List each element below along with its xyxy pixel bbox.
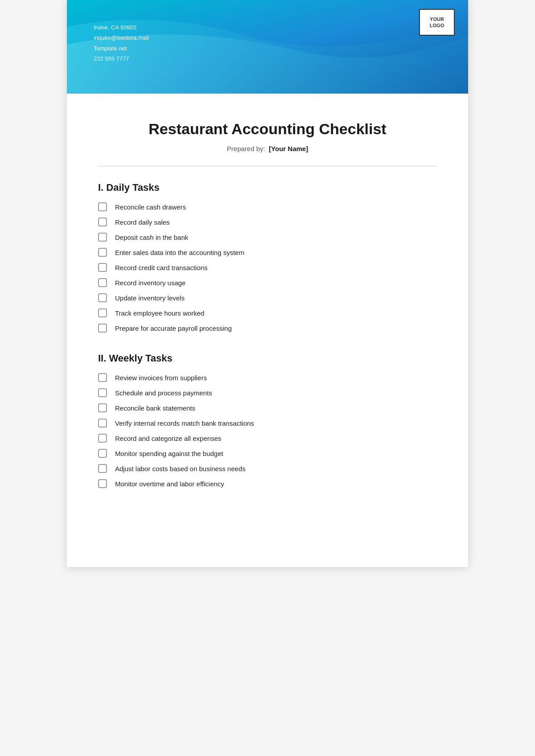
header-contact: Irvine, CA 92602 inquire@bontora.mail Te… <box>94 22 149 64</box>
task-label: Deposit cash in the bank <box>115 234 188 241</box>
task-label: Update inventory levels <box>115 294 185 302</box>
list-item: Reconcile bank statements <box>98 403 437 412</box>
checkbox[interactable] <box>98 293 107 302</box>
task-label: Record and categorize all expenses <box>115 435 221 442</box>
list-item: Enter sales data into the accounting sys… <box>98 248 437 257</box>
logo-box: YOURLOGO <box>419 9 455 36</box>
task-label: Record credit card transactions <box>115 264 208 271</box>
document-title: Restaurant Accounting Checklist <box>98 120 437 138</box>
contact-website: Template.net <box>94 43 149 53</box>
list-item: Track employee hours worked <box>98 308 437 317</box>
task-label: Enter sales data into the accounting sys… <box>115 249 244 256</box>
list-item: Adjust labor costs based on business nee… <box>98 464 437 473</box>
list-item: Review invoices from suppliers <box>98 373 437 382</box>
checkbox[interactable] <box>98 449 107 458</box>
prepared-by-name: [Your Name] <box>269 145 308 152</box>
checkbox[interactable] <box>98 419 107 427</box>
list-item: Verify internal records match bank trans… <box>98 419 437 427</box>
checkbox[interactable] <box>98 373 107 382</box>
task-label: Reconcile bank statements <box>115 404 195 412</box>
section-weekly: II. Weekly Tasks Review invoices from su… <box>98 353 437 488</box>
task-label: Monitor spending against the budget <box>115 450 223 457</box>
checkbox[interactable] <box>98 464 107 473</box>
section-divider <box>98 166 437 166</box>
header-banner: Irvine, CA 92602 inquire@bontora.mail Te… <box>67 0 468 94</box>
list-item: Record daily sales <box>98 218 437 226</box>
task-label: Prepare for accurate payroll processing <box>115 325 232 332</box>
checkbox[interactable] <box>98 278 107 287</box>
prepared-by-label: Prepared by: <box>227 145 265 152</box>
content: Restaurant Accounting Checklist Prepared… <box>67 94 468 535</box>
list-item: Update inventory levels <box>98 293 437 302</box>
checkbox[interactable] <box>98 324 107 333</box>
task-label: Monitor overtime and labor efficiency <box>115 480 224 488</box>
daily-tasks-title: I. Daily Tasks <box>98 182 437 193</box>
list-item: Monitor overtime and labor efficiency <box>98 479 437 488</box>
contact-email: inquire@bontora.mail <box>94 33 149 43</box>
task-label: Track employee hours worked <box>115 309 204 317</box>
list-item: Record inventory usage <box>98 278 437 287</box>
task-label: Verify internal records match bank trans… <box>115 419 254 427</box>
list-item: Deposit cash in the bank <box>98 233 437 242</box>
list-item: Record credit card transactions <box>98 263 437 272</box>
task-label: Reconcile cash drawers <box>115 203 186 211</box>
list-item: Reconcile cash drawers <box>98 202 437 211</box>
weekly-tasks-list: Review invoices from suppliers Schedule … <box>98 373 437 488</box>
task-label: Review invoices from suppliers <box>115 374 207 382</box>
checkbox[interactable] <box>98 218 107 226</box>
daily-tasks-list: Reconcile cash drawers Record daily sale… <box>98 202 437 333</box>
contact-phone: 222 555 7777 <box>94 53 149 64</box>
weekly-tasks-title: II. Weekly Tasks <box>98 353 437 364</box>
task-label: Schedule and process payments <box>115 389 212 397</box>
checkbox[interactable] <box>98 202 107 211</box>
list-item: Record and categorize all expenses <box>98 434 437 443</box>
list-item: Prepare for accurate payroll processing <box>98 324 437 333</box>
task-label: Record daily sales <box>115 218 170 226</box>
checkbox[interactable] <box>98 434 107 443</box>
section-daily: I. Daily Tasks Reconcile cash drawers Re… <box>98 182 437 333</box>
list-item: Monitor spending against the budget <box>98 449 437 458</box>
checkbox[interactable] <box>98 479 107 488</box>
checkbox[interactable] <box>98 233 107 242</box>
prepared-by-line: Prepared by: [Your Name] <box>98 145 437 152</box>
checkbox[interactable] <box>98 388 107 397</box>
checkbox[interactable] <box>98 248 107 257</box>
checkbox[interactable] <box>98 308 107 317</box>
task-label: Adjust labor costs based on business nee… <box>115 465 246 472</box>
contact-address: Irvine, CA 92602 <box>94 22 149 33</box>
checkbox[interactable] <box>98 263 107 272</box>
task-label: Record inventory usage <box>115 279 185 287</box>
list-item: Schedule and process payments <box>98 388 437 397</box>
checkbox[interactable] <box>98 403 107 412</box>
page: Irvine, CA 92602 inquire@bontora.mail Te… <box>67 0 468 567</box>
